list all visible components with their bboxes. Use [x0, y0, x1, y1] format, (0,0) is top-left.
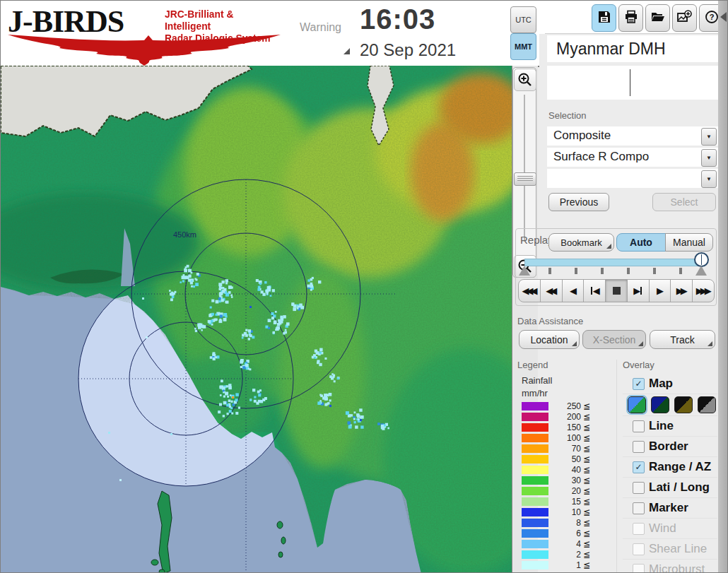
x-section-button[interactable]: X-Section: [582, 330, 646, 349]
overlay-item-line: Line: [623, 416, 717, 437]
overlay-item-border: Border: [623, 437, 717, 457]
legend-value: 70: [548, 444, 581, 454]
legend-swatch: [522, 550, 548, 559]
legend-value: 15: [548, 497, 581, 507]
zoom-in-button[interactable]: [514, 69, 536, 91]
overlay-label: Overlay: [623, 360, 717, 370]
legend-value: 4: [548, 539, 581, 549]
step-forward-button[interactable]: ▶: [627, 279, 650, 302]
collapse-panel-icon[interactable]: [720, 12, 727, 22]
replay-slider-handle[interactable]: [694, 252, 709, 267]
selection-dropdown-2[interactable]: Surface R Compo ▼: [547, 148, 718, 167]
add-image-button[interactable]: [672, 4, 697, 32]
slider-start-marker[interactable]: [519, 266, 530, 276]
legend-swatch: [522, 561, 548, 569]
legend-swatch: [522, 413, 548, 421]
selection-dropdown-1[interactable]: Composite ▼: [547, 126, 718, 146]
open-folder-icon: [651, 10, 665, 27]
clock-time: 16:03: [360, 4, 435, 35]
mmt-button[interactable]: MMT: [510, 33, 536, 60]
legend-swatch: [522, 444, 548, 453]
checkbox: [633, 543, 645, 555]
map-theme-swatch[interactable]: [651, 396, 669, 413]
legend-section: Legend Rainfall mm/hr 250≦200≦150≦100≦70…: [517, 360, 615, 370]
play-reverse-button[interactable]: ◀: [562, 279, 585, 302]
checkbox[interactable]: [633, 441, 645, 453]
rewind-fast-button[interactable]: ◀◀: [540, 279, 563, 302]
selection-dropdown-3[interactable]: ▼: [547, 169, 718, 188]
forward-fast-button[interactable]: ▶▶: [670, 279, 693, 302]
utc-button[interactable]: UTC: [510, 6, 536, 33]
legend-row: 250≦: [522, 401, 599, 411]
map-theme-swatch[interactable]: [628, 396, 646, 413]
overlay-list: ✓MapLineBorder✓Range / AZLati / LongMark…: [623, 374, 717, 573]
site-title-box: Myanmar DMH: [547, 35, 718, 62]
manual-button[interactable]: Manual: [665, 233, 713, 252]
legend-value: 30: [548, 475, 581, 485]
overlay-item-label: Border: [649, 439, 688, 454]
add-image-icon: [677, 10, 693, 27]
legend-value: 20: [548, 486, 581, 496]
legend-row: 1≦: [522, 560, 599, 570]
replay-slider-track[interactable]: [524, 259, 704, 266]
overlay-item-label: Shear Line: [649, 542, 707, 556]
less-equal-symbol: ≦: [583, 539, 590, 549]
map-area[interactable]: 450km: [1, 66, 538, 573]
map-theme-swatch[interactable]: [698, 396, 716, 413]
legend-label: Legend: [517, 360, 615, 370]
divider: [616, 360, 617, 573]
location-button[interactable]: Location: [519, 330, 580, 349]
zoom-slider-handle[interactable]: [514, 172, 536, 186]
less-equal-symbol: ≦: [583, 444, 590, 454]
checkbox[interactable]: [633, 420, 645, 432]
selection-label: Selection: [548, 110, 586, 121]
chevron-down-icon[interactable]: ▼: [701, 128, 717, 146]
corner-triangle-icon: [708, 341, 712, 346]
checkbox[interactable]: ✓: [633, 461, 645, 473]
legend-swatch: [522, 455, 548, 463]
panel-edge: [718, 1, 728, 573]
rewind-fastest-button[interactable]: ◀◀◀: [518, 279, 541, 302]
legend-unit-1: Rainfall: [522, 375, 552, 386]
previous-button[interactable]: Previous: [548, 193, 609, 211]
bookmark-button[interactable]: Bookmark: [548, 233, 614, 252]
site-title: Myanmar DMH: [556, 40, 666, 59]
overlay-item-label: Map: [649, 377, 673, 391]
checkbox[interactable]: [633, 482, 645, 494]
legend-value: 10: [548, 507, 581, 517]
warning-button[interactable]: Warning: [289, 3, 352, 57]
checkbox[interactable]: [633, 502, 645, 514]
legend-row: 70≦: [522, 443, 599, 454]
radar-map[interactable]: 450km: [1, 66, 512, 573]
legend-swatch: [522, 519, 548, 527]
auto-button[interactable]: Auto: [616, 233, 666, 252]
overlay-item-wind: Wind: [623, 519, 717, 539]
overlay-item-range-az: ✓Range / AZ: [623, 457, 717, 478]
stop-button[interactable]: [605, 279, 628, 302]
info-box[interactable]: [547, 66, 718, 100]
select-button[interactable]: Select: [652, 193, 716, 211]
print-button[interactable]: [618, 4, 643, 32]
less-equal-symbol: ≦: [583, 486, 590, 496]
less-equal-symbol: ≦: [583, 528, 590, 538]
replay-panel: Replay Bookmark Auto Manual ◀◀◀◀◀◀◀▶▶▶▶▶…: [515, 228, 717, 306]
legend-row: 6≦: [522, 528, 599, 538]
track-button[interactable]: Track: [650, 330, 715, 349]
save-button[interactable]: [592, 4, 616, 32]
less-equal-symbol: ≦: [583, 507, 590, 517]
checkbox[interactable]: ✓: [633, 378, 645, 390]
slider-end-marker[interactable]: [695, 266, 707, 276]
play-button[interactable]: ▶: [649, 279, 671, 302]
legend-value: 2: [548, 550, 581, 560]
step-back-button[interactable]: ◀: [583, 279, 606, 302]
zoom-slider-track[interactable]: [524, 95, 525, 240]
corner-triangle-icon: [606, 244, 611, 249]
open-folder-button[interactable]: [645, 4, 670, 32]
legend-value: 150: [548, 423, 581, 432]
chevron-down-icon[interactable]: ▼: [701, 170, 717, 188]
chevron-down-icon[interactable]: ▼: [701, 149, 717, 167]
less-equal-symbol: ≦: [583, 518, 590, 528]
less-equal-symbol: ≦: [583, 550, 590, 560]
map-theme-swatch[interactable]: [674, 396, 693, 413]
forward-fastest-button[interactable]: ▶▶▶: [692, 279, 715, 302]
